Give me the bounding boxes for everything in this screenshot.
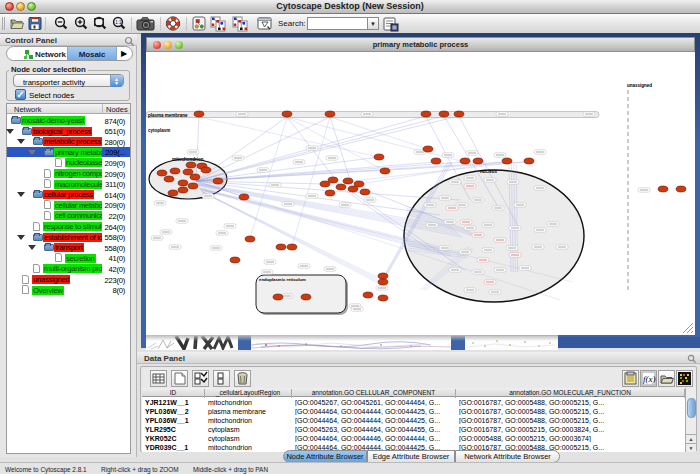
- svg-text:endoplasmic reticulum: endoplasmic reticulum: [259, 277, 306, 282]
- svg-text:plasma membrane: plasma membrane: [148, 113, 188, 118]
- svg-text:unassigned: unassigned: [627, 83, 652, 88]
- svg-text:cytoplasm: cytoplasm: [148, 128, 170, 133]
- svg-text:f(x): f(x): [643, 374, 656, 384]
- svg-text:mitochondrion: mitochondrion: [172, 157, 204, 162]
- svg-text:1:1: 1:1: [115, 20, 122, 25]
